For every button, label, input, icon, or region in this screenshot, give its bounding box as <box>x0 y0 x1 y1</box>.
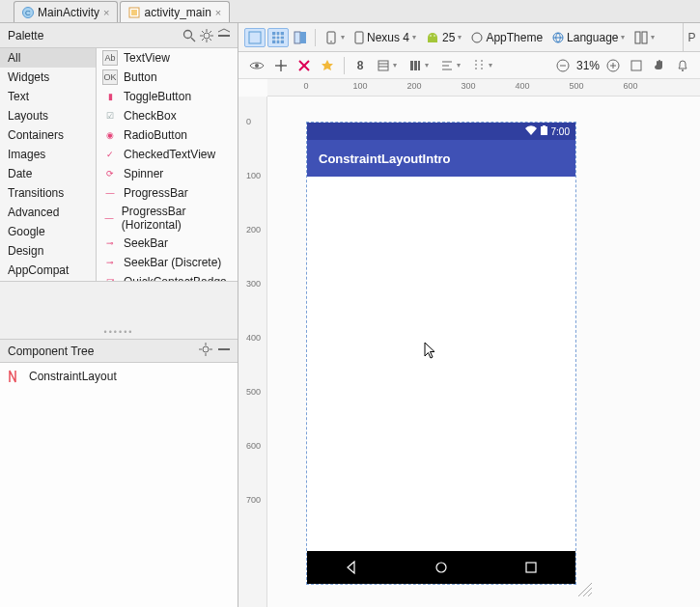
guidelines-dropdown[interactable]: ▾ <box>468 57 496 74</box>
palette-category-layouts[interactable]: Layouts <box>0 106 96 125</box>
close-icon[interactable]: × <box>215 7 221 18</box>
svg-point-64 <box>436 563 446 572</box>
collapse-icon[interactable] <box>216 28 232 43</box>
palette-category-images[interactable]: Images <box>0 145 96 164</box>
margin-dropdown[interactable]: ▾ <box>373 57 401 74</box>
resize-handle-icon[interactable] <box>574 579 592 596</box>
palette-category-containers[interactable]: Containers <box>0 125 96 145</box>
search-icon[interactable] <box>182 28 197 43</box>
palette-item[interactable]: ☑CheckBox <box>97 106 238 125</box>
palette-category-text[interactable]: Text <box>0 87 96 106</box>
ruler-tick: 700 <box>246 495 261 505</box>
api-dropdown[interactable]: 25▾ <box>422 29 465 46</box>
design-canvas[interactable]: 0100200300400500600 01002003004005006007… <box>238 79 700 607</box>
palette-item[interactable]: ⊸SeekBar (Discrete) <box>97 253 238 272</box>
close-icon[interactable]: × <box>103 7 109 18</box>
palette-category-all[interactable]: All <box>0 48 96 68</box>
svg-point-35 <box>472 33 482 42</box>
ruler-tick: 0 <box>246 117 251 126</box>
palette-item-label: TextView <box>124 51 170 65</box>
layout-variants-btn[interactable]: ▾ <box>630 29 658 46</box>
zoom-out-icon[interactable] <box>553 56 573 75</box>
collapse-icon[interactable] <box>216 342 232 357</box>
svg-rect-21 <box>218 348 230 350</box>
device-dropdown[interactable]: Nexus 4▾ <box>350 29 420 46</box>
tab-label: MainActivity <box>38 6 99 19</box>
palette-item-label: Spinner <box>124 167 163 180</box>
pack-dropdown[interactable]: ▾ <box>405 57 433 74</box>
clear-constraints-icon[interactable] <box>294 56 314 75</box>
zoom-fit-icon[interactable] <box>627 56 646 75</box>
palette-category-widgets[interactable]: Widgets <box>0 68 96 87</box>
palette-item[interactable]: ⊸SeekBar <box>97 234 238 253</box>
layout-xml-icon <box>128 7 140 18</box>
palette-item[interactable]: —ProgressBar (Horizontal) <box>97 203 238 234</box>
palette-item[interactable]: —ProgressBar <box>97 183 238 203</box>
pan-icon[interactable] <box>650 56 669 75</box>
svg-line-12 <box>210 39 211 41</box>
locale-dropdown[interactable]: Language▾ <box>548 29 629 46</box>
constraint-layout-icon <box>8 369 23 384</box>
gear-icon[interactable] <box>199 28 214 43</box>
component-tree-item[interactable]: ConstraintLayout <box>8 369 230 384</box>
design-toolbar: ▾ Nexus 4▾ 25▾ AppTheme Language▾ ▾ P <box>238 23 700 52</box>
palette-item[interactable]: AbTextView <box>97 48 238 68</box>
tab-activity-main[interactable]: activity_main × <box>120 1 230 22</box>
wifi-icon <box>525 125 537 137</box>
api-label: 25 <box>442 31 455 44</box>
tab-main-activity[interactable]: C MainActivity × <box>14 1 118 22</box>
device-label: Nexus 4 <box>367 31 409 44</box>
nav-home-icon <box>434 560 449 575</box>
palette-category-design[interactable]: Design <box>0 241 96 261</box>
palette-category-advanced[interactable]: Advanced <box>0 203 96 222</box>
palette-category-appcompat[interactable]: AppCompat <box>0 261 96 280</box>
palette-item[interactable]: ◉RadioButton <box>97 125 238 145</box>
widget-icon: ▮ <box>102 89 118 104</box>
autoconnect-icon[interactable] <box>271 56 291 75</box>
properties-label: P <box>687 31 695 44</box>
palette-item[interactable]: ⟳Spinner <box>97 164 238 183</box>
java-class-icon: C <box>22 7 34 18</box>
locale-label: Language <box>567 31 618 44</box>
palette-item[interactable]: ▮ToggleButton <box>97 87 238 106</box>
svg-rect-63 <box>543 125 546 126</box>
palette-category-date[interactable]: Date <box>0 164 96 183</box>
ruler-tick: 100 <box>246 171 261 180</box>
svg-rect-23 <box>272 32 284 43</box>
svg-text:C: C <box>25 9 31 17</box>
svg-rect-3 <box>131 10 137 15</box>
svg-rect-47 <box>410 61 413 70</box>
blueprint-surface-btn[interactable] <box>267 28 289 47</box>
widget-icon: Ab <box>102 50 118 66</box>
gear-icon[interactable] <box>198 342 213 357</box>
nav-recents-icon <box>523 560 539 575</box>
palette-item[interactable]: ◪QuickContactBadge <box>97 272 238 281</box>
palette-item-label: ProgressBar (Horizontal) <box>122 205 232 232</box>
palette-category-google[interactable]: Google <box>0 222 96 241</box>
svg-rect-65 <box>526 563 536 572</box>
orientation-dropdown[interactable]: ▾ <box>321 29 349 46</box>
default-margin-value[interactable]: 8 <box>351 56 369 75</box>
component-tree-title: Component Tree <box>8 345 94 358</box>
notifications-icon[interactable] <box>673 56 692 75</box>
visibility-icon[interactable] <box>246 56 267 75</box>
svg-point-16 <box>203 346 209 352</box>
device-content-area[interactable] <box>307 177 575 551</box>
infer-constraints-icon[interactable] <box>318 56 337 75</box>
zoom-in-icon[interactable] <box>603 56 623 75</box>
palette-category-transitions[interactable]: Transitions <box>0 183 96 203</box>
device-frame[interactable]: 7:00 ConstraintLayoutIntro <box>306 122 576 585</box>
ruler-tick: 500 <box>569 81 583 91</box>
design-surface-btn[interactable] <box>244 28 266 47</box>
palette-item[interactable]: ✓CheckedTextView <box>97 145 238 164</box>
palette-item[interactable]: OKButton <box>97 68 238 87</box>
align-dropdown[interactable]: ▾ <box>436 57 464 74</box>
properties-toggle[interactable]: P <box>683 23 700 52</box>
svg-rect-60 <box>631 61 641 70</box>
palette-item-label: RadioButton <box>124 128 187 142</box>
both-surfaces-btn[interactable] <box>291 28 310 47</box>
palette-body: All Widgets Text Layouts Containers Imag… <box>0 48 238 282</box>
palette-item-label: SeekBar (Discrete) <box>124 256 221 269</box>
svg-point-4 <box>184 30 192 38</box>
theme-dropdown[interactable]: AppTheme <box>467 29 546 46</box>
